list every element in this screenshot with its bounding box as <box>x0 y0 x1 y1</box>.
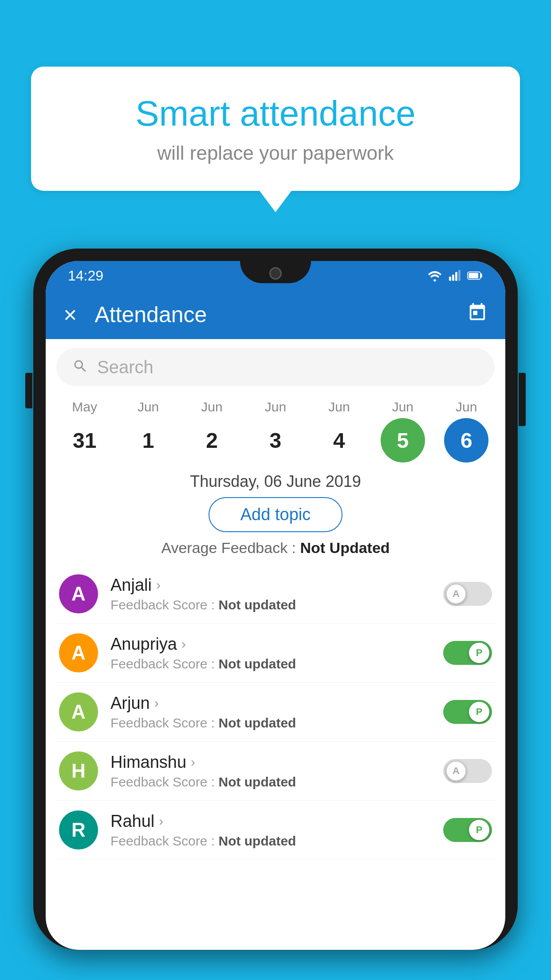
attendance-toggle[interactable]: P <box>443 700 492 724</box>
phone-wrapper: 14:29 <box>33 249 518 980</box>
battery-icon <box>467 269 483 282</box>
calendar-day-4[interactable]: Jun4 <box>310 399 368 462</box>
student-feedback: Feedback Score : Not updated <box>110 834 443 849</box>
student-item[interactable]: HHimanshu ›Feedback Score : Not updatedA <box>55 742 496 801</box>
speech-bubble: Smart attendance will replace your paper… <box>31 67 520 191</box>
student-list: AAnjali ›Feedback Score : Not updatedAAA… <box>46 565 505 860</box>
camera <box>269 267 282 280</box>
student-name: Himanshu › <box>110 753 443 772</box>
toggle-wrap[interactable]: P <box>443 818 492 842</box>
toggle-wrap[interactable]: P <box>443 641 492 665</box>
signal-icon <box>449 269 461 282</box>
attendance-toggle[interactable]: P <box>443 818 492 842</box>
student-feedback: Feedback Score : Not updated <box>110 775 443 790</box>
student-info: Arjun ›Feedback Score : Not updated <box>110 694 443 731</box>
calendar-icon[interactable] <box>467 302 488 328</box>
speech-bubble-section: Smart attendance will replace your paper… <box>31 67 520 212</box>
cal-date: 2 <box>190 418 234 462</box>
student-avatar: R <box>59 810 98 850</box>
student-info: Anupriya ›Feedback Score : Not updated <box>110 635 443 672</box>
status-time: 14:29 <box>68 268 103 284</box>
cal-month: Jun <box>392 399 413 415</box>
chevron-right-icon: › <box>191 755 195 770</box>
student-name: Anupriya › <box>110 635 443 654</box>
status-icons <box>427 269 483 282</box>
svg-rect-3 <box>458 270 460 281</box>
cal-date: 4 <box>317 418 361 462</box>
phone-outer: 14:29 <box>33 249 518 950</box>
phone-inner: 14:29 <box>46 261 505 950</box>
cal-month: May <box>72 399 97 415</box>
calendar-day-5[interactable]: Jun5 <box>374 399 432 462</box>
svg-rect-1 <box>452 275 454 281</box>
add-topic-section: Add topic <box>46 497 505 532</box>
student-avatar: A <box>59 692 98 731</box>
cal-month: Jun <box>138 399 159 415</box>
toggle-knob: P <box>469 643 489 663</box>
svg-rect-5 <box>480 273 482 278</box>
student-info: Anjali ›Feedback Score : Not updated <box>110 576 443 612</box>
cal-date: 5 <box>381 418 425 462</box>
student-name: Arjun › <box>110 694 443 713</box>
student-item[interactable]: AArjun ›Feedback Score : Not updatedP <box>55 683 496 742</box>
svg-rect-0 <box>449 277 451 281</box>
attendance-toggle[interactable]: A <box>443 759 492 783</box>
cal-month: Jun <box>265 399 286 415</box>
student-item[interactable]: RRahul ›Feedback Score : Not updatedP <box>55 801 496 860</box>
selected-date: Thursday, 06 June 2019 <box>46 472 505 491</box>
cal-date: 1 <box>126 418 170 462</box>
bubble-subtitle: will replace your paperwork <box>67 142 484 164</box>
student-feedback: Feedback Score : Not updated <box>110 656 443 672</box>
attendance-toggle[interactable]: P <box>443 641 492 665</box>
student-avatar: H <box>59 751 98 790</box>
student-feedback: Feedback Score : Not updated <box>110 597 443 612</box>
toggle-wrap[interactable]: P <box>443 700 492 724</box>
search-icon <box>72 358 88 376</box>
cal-month: Jun <box>328 399 350 415</box>
add-topic-button[interactable]: Add topic <box>209 497 342 532</box>
avg-feedback: Average Feedback : Not Updated <box>46 539 505 557</box>
student-info: Himanshu ›Feedback Score : Not updated <box>110 753 443 790</box>
cal-month: Jun <box>456 399 477 415</box>
app-bar: × Attendance <box>46 290 505 339</box>
student-item[interactable]: AAnjali ›Feedback Score : Not updatedA <box>55 565 496 624</box>
phone-notch <box>240 261 311 283</box>
search-placeholder: Search <box>97 357 153 377</box>
cal-date: 6 <box>444 418 488 462</box>
search-bar[interactable]: Search <box>56 348 495 386</box>
bubble-arrow <box>260 191 291 212</box>
student-item[interactable]: AAnupriya ›Feedback Score : Not updatedP <box>55 624 496 683</box>
student-avatar: A <box>59 574 98 613</box>
chevron-right-icon: › <box>156 577 161 593</box>
calendar-day-2[interactable]: Jun2 <box>183 399 241 462</box>
chevron-right-icon: › <box>154 695 159 711</box>
student-feedback: Feedback Score : Not updated <box>110 715 443 731</box>
calendar-strip: May31Jun1Jun2Jun3Jun4Jun5Jun6 <box>46 395 505 462</box>
toggle-wrap[interactable]: A <box>443 759 492 783</box>
chevron-right-icon: › <box>159 814 163 829</box>
toggle-knob: P <box>469 702 489 722</box>
calendar-day-1[interactable]: Jun1 <box>119 399 177 462</box>
avg-feedback-value: Not Updated <box>300 539 390 556</box>
student-name: Rahul › <box>110 812 443 831</box>
student-avatar: A <box>59 633 98 672</box>
app-title: Attendance <box>94 302 467 328</box>
bubble-title: Smart attendance <box>67 93 484 134</box>
cal-date: 31 <box>63 418 107 462</box>
svg-rect-6 <box>469 273 479 278</box>
svg-rect-2 <box>455 272 457 281</box>
calendar-day-31[interactable]: May31 <box>56 399 114 462</box>
toggle-knob: A <box>446 761 466 781</box>
attendance-toggle[interactable]: A <box>443 582 492 606</box>
avg-feedback-label: Average Feedback : <box>161 539 300 556</box>
student-name: Anjali › <box>110 576 443 595</box>
calendar-day-6[interactable]: Jun6 <box>437 399 495 462</box>
calendar-day-3[interactable]: Jun3 <box>247 399 304 462</box>
wifi-icon <box>427 269 442 282</box>
cal-date: 3 <box>253 418 298 462</box>
toggle-wrap[interactable]: A <box>443 582 492 606</box>
cal-month: Jun <box>201 399 222 415</box>
student-info: Rahul ›Feedback Score : Not updated <box>110 812 443 849</box>
close-button[interactable]: × <box>63 301 77 328</box>
toggle-knob: A <box>446 584 466 604</box>
